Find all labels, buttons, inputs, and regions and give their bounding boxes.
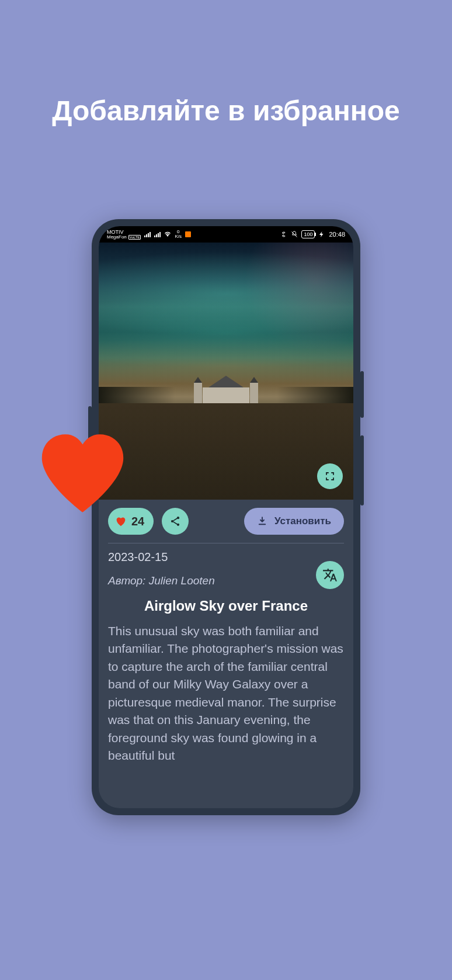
fullscreen-icon <box>325 471 335 482</box>
article-title: Airglow Sky over France <box>99 595 353 622</box>
phone-frame: MOTIV MegaFonVoLTE 0K/s 100 20:48 <box>92 219 360 815</box>
meta-section: 2023-02-15 Автор: Julien Looten <box>99 543 353 587</box>
volte-badge: VoLTE <box>128 235 141 240</box>
net-speed: 0K/s <box>175 230 182 239</box>
share-icon <box>169 515 181 527</box>
install-button[interactable]: Установить <box>244 508 344 535</box>
promo-title: Добавляйте в избранное <box>0 0 452 129</box>
signal-icon <box>144 232 151 237</box>
charging-icon <box>318 231 325 238</box>
bluetooth-icon <box>280 231 287 238</box>
share-button[interactable] <box>162 508 189 535</box>
article-body: This unusual sky was both familiar and u… <box>99 622 353 765</box>
translate-icon <box>322 567 338 583</box>
status-bar: MOTIV MegaFonVoLTE 0K/s 100 20:48 <box>99 226 353 243</box>
fullscreen-button[interactable] <box>317 463 343 489</box>
phone-side-button <box>360 435 364 505</box>
battery-indicator: 100 <box>301 230 315 238</box>
heart-icon <box>115 516 127 527</box>
download-icon <box>257 516 267 527</box>
status-time: 20:48 <box>329 231 345 238</box>
translate-button[interactable] <box>316 561 344 589</box>
author-line: Автор: Julien Looten <box>108 574 344 587</box>
signal-icon <box>154 232 161 237</box>
status-carrier: MegaFon <box>107 235 127 240</box>
favorite-heart-overlay <box>37 432 128 514</box>
phone-screen: MOTIV MegaFonVoLTE 0K/s 100 20:48 <box>99 226 353 808</box>
publish-date: 2023-02-15 <box>108 550 344 564</box>
mute-icon <box>291 231 298 238</box>
phone-side-button <box>360 371 364 418</box>
install-label: Установить <box>274 515 331 527</box>
like-count: 24 <box>131 515 144 528</box>
actions-row: 24 Установить <box>99 500 353 543</box>
status-indicator-icon <box>185 231 191 237</box>
wifi-icon <box>164 231 171 238</box>
hero-image[interactable] <box>99 243 353 500</box>
